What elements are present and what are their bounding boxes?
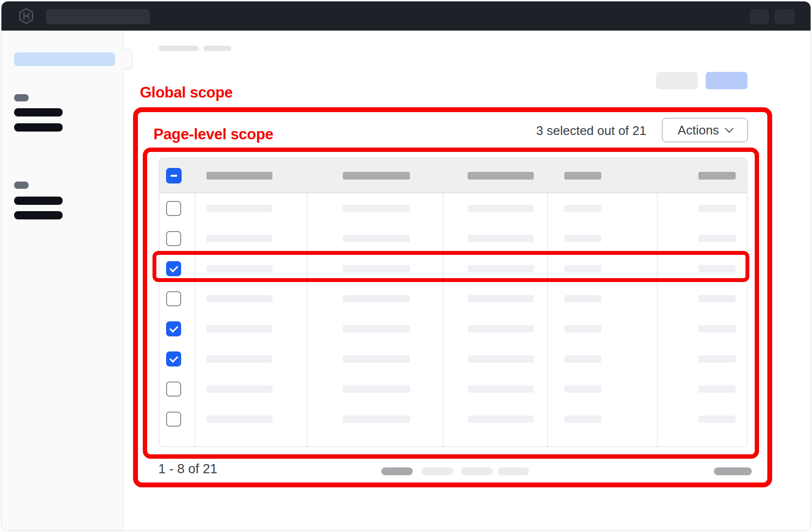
sidebar-group-label-skeleton-1 [14, 94, 29, 101]
sidebar [1, 31, 123, 531]
hashicorp-logo-icon [17, 7, 35, 25]
pagination-range-text: 1 - 8 of 21 [158, 462, 218, 477]
global-search-skeleton[interactable] [46, 9, 150, 24]
sidebar-group-label-skeleton-2 [14, 182, 29, 189]
pagination-control-skeleton[interactable] [422, 467, 453, 475]
app-window: Global scope Page-level scope Row-level … [1, 1, 811, 531]
top-navigation-bar [1, 1, 811, 31]
sidebar-nav-item-skeleton[interactable] [14, 123, 63, 132]
row-scope-annotation-box [152, 251, 749, 282]
secondary-button-skeleton[interactable] [656, 72, 698, 89]
topbar-action-skeleton-2[interactable] [775, 9, 795, 24]
pagination-control-skeleton[interactable] [381, 467, 413, 475]
sidebar-nav-item-skeleton[interactable] [14, 197, 63, 205]
pagination-control-skeleton[interactable] [461, 467, 493, 475]
breadcrumb-segment-skeleton[interactable] [203, 46, 231, 51]
sidebar-nav-item-skeleton[interactable] [14, 108, 63, 116]
sidebar-active-item-skeleton[interactable] [14, 52, 115, 66]
page-size-selector-skeleton[interactable] [714, 467, 752, 475]
global-scope-label: Global scope [140, 84, 233, 101]
breadcrumb-segment-skeleton[interactable] [159, 46, 199, 51]
page-scope-annotation-box [143, 148, 759, 459]
topbar-action-skeleton-1[interactable] [750, 9, 769, 24]
primary-button-skeleton[interactable] [706, 72, 747, 89]
sidebar-nav-item-skeleton[interactable] [14, 211, 63, 219]
pagination-control-skeleton[interactable] [498, 467, 529, 475]
sidebar-collapse-handle[interactable] [123, 49, 133, 69]
